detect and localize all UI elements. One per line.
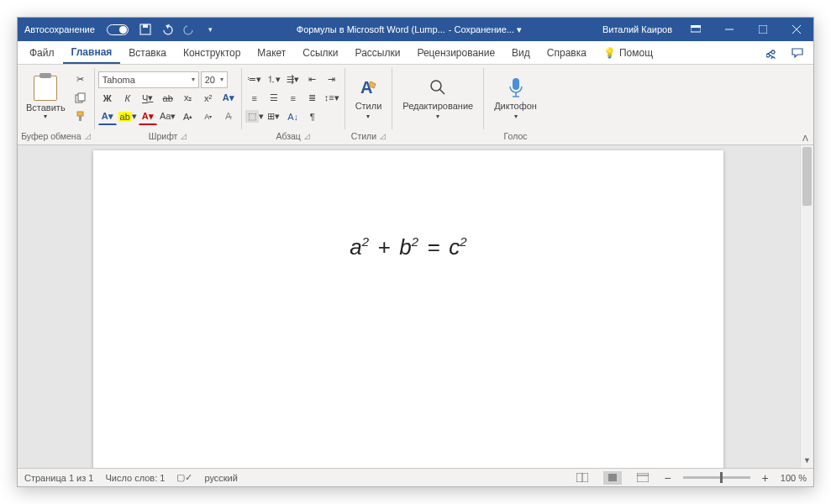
sort-button[interactable]: A↓ <box>284 108 302 125</box>
dictate-label: Диктофон <box>494 101 537 111</box>
scroll-thumb[interactable] <box>802 147 812 206</box>
page-indicator[interactable]: Страница 1 из 1 <box>24 473 93 483</box>
tab-view[interactable]: Вид <box>503 41 539 64</box>
styles-launcher-icon[interactable]: ◿ <box>380 132 386 140</box>
svg-rect-5 <box>759 25 767 34</box>
copy-icon[interactable] <box>73 91 88 106</box>
bullets-button[interactable]: ≔▾ <box>245 71 264 88</box>
language-indicator[interactable]: русский <box>204 473 237 483</box>
clipboard-launcher-icon[interactable]: ◿ <box>85 132 91 140</box>
clear-format-button[interactable]: A̶ <box>219 108 238 125</box>
numbering-button[interactable]: ⒈▾ <box>265 71 283 88</box>
microphone-icon <box>504 76 528 99</box>
share-button[interactable] <box>760 41 785 64</box>
print-layout-icon[interactable] <box>603 471 622 485</box>
multilevel-button[interactable]: ⇶▾ <box>284 71 302 88</box>
paragraph-launcher-icon[interactable]: ◿ <box>304 132 310 140</box>
undo-icon[interactable] <box>160 23 174 36</box>
group-paragraph: ≔▾ ⒈▾ ⇶▾ ⇤ ⇥ ≡ ☰ ≡ ≣ ↕≡▾ ⬚▾ <box>242 65 344 144</box>
paste-label: Вставить <box>26 102 66 113</box>
document-area[interactable]: a2 + b2 = c2 ▲ ▼ <box>18 145 813 468</box>
tab-layout[interactable]: Макет <box>249 41 294 64</box>
zoom-in-button[interactable]: + <box>762 471 769 485</box>
decrease-indent-button[interactable]: ⇤ <box>303 71 322 88</box>
read-mode-icon[interactable] <box>573 471 592 485</box>
maximize-icon[interactable] <box>746 18 780 41</box>
underline-button[interactable]: Ч▾ <box>139 90 157 107</box>
align-right-button[interactable]: ≡ <box>284 90 302 107</box>
show-marks-button[interactable]: ¶ <box>303 108 322 125</box>
editing-button[interactable]: Редактирование▾ <box>396 72 480 123</box>
zoom-out-button[interactable]: − <box>664 471 671 485</box>
font-size-combo[interactable]: 20▾ <box>201 71 228 88</box>
subscript-button[interactable]: x₂ <box>179 90 197 107</box>
align-left-button[interactable]: ≡ <box>245 90 264 107</box>
cut-icon[interactable]: ✂ <box>73 72 88 87</box>
paste-button[interactable]: Вставить ▾ <box>21 76 71 120</box>
font-color-button[interactable]: A▾ <box>139 108 157 125</box>
collapse-ribbon-icon[interactable]: ᐱ <box>802 134 808 143</box>
svg-rect-11 <box>79 116 82 121</box>
svg-rect-18 <box>608 474 617 481</box>
tab-help[interactable]: Справка <box>539 41 595 64</box>
tab-file[interactable]: Файл <box>21 41 63 64</box>
font-launcher-icon[interactable]: ◿ <box>181 132 187 140</box>
document-page[interactable]: a2 + b2 = c2 <box>93 150 723 468</box>
shading-button[interactable]: ⬚▾ <box>245 108 264 125</box>
superscript-button[interactable]: x² <box>199 90 218 107</box>
styles-label: Стили <box>355 101 382 111</box>
tab-insert[interactable]: Вставка <box>120 41 175 64</box>
styles-group-label: Стили <box>351 131 376 141</box>
increase-indent-button[interactable]: ⇥ <box>323 71 341 88</box>
borders-button[interactable]: ⊞▾ <box>265 108 283 125</box>
ribbon-display-icon[interactable] <box>679 18 713 41</box>
vertical-scrollbar[interactable]: ▲ ▼ <box>800 145 813 468</box>
equation[interactable]: a2 + b2 = c2 <box>93 234 723 260</box>
close-icon[interactable] <box>780 18 813 41</box>
clipboard-icon <box>34 76 57 101</box>
font-name-combo[interactable]: Tahoma▾ <box>98 71 199 88</box>
text-effects-button[interactable]: A▾ <box>219 90 238 107</box>
web-layout-icon[interactable] <box>634 471 652 485</box>
bold-button[interactable]: Ж <box>98 90 117 107</box>
svg-rect-15 <box>513 78 519 90</box>
redo-icon[interactable] <box>182 23 196 36</box>
svg-line-14 <box>439 89 444 94</box>
styles-button[interactable]: A Стили▾ <box>349 72 389 123</box>
save-icon[interactable] <box>139 23 152 36</box>
comments-button[interactable] <box>785 41 810 64</box>
autosave-label: Автосохранение <box>18 24 102 34</box>
highlight-button[interactable]: ab▾ <box>118 108 137 125</box>
user-name[interactable]: Виталий Каиров <box>596 24 679 34</box>
document-title: Формулы в Microsoft Word (Lump... <box>297 24 445 35</box>
strike-button[interactable]: ab <box>159 90 177 107</box>
align-center-button[interactable]: ☰ <box>265 90 283 107</box>
tellme-search[interactable]: 💡Помощ <box>595 41 661 64</box>
group-voice: Диктофон▾ Голос <box>484 65 547 144</box>
scroll-down-icon[interactable]: ▼ <box>801 456 813 468</box>
tab-review[interactable]: Рецензирование <box>408 41 503 64</box>
editing-label: Редактирование <box>402 101 473 111</box>
line-spacing-button[interactable]: ↕≡▾ <box>323 90 341 107</box>
font-color2-button[interactable]: A▾ <box>98 108 117 125</box>
dictate-button[interactable]: Диктофон▾ <box>487 72 544 123</box>
italic-button[interactable]: К <box>118 90 137 107</box>
format-painter-icon[interactable] <box>73 109 88 124</box>
proofing-icon[interactable]: ▢✓ <box>176 472 192 483</box>
change-case-button[interactable]: Aa▾ <box>159 108 177 125</box>
styles-icon: A <box>356 76 380 99</box>
zoom-slider[interactable] <box>683 476 750 479</box>
tab-references[interactable]: Ссылки <box>294 41 346 64</box>
tab-design[interactable]: Конструктор <box>175 41 249 64</box>
grow-font-button[interactable]: A▴ <box>179 108 197 125</box>
zoom-level[interactable]: 100 % <box>781 473 807 483</box>
justify-button[interactable]: ≣ <box>303 90 322 107</box>
shrink-font-button[interactable]: A▾ <box>199 108 218 125</box>
tab-mailings[interactable]: Рассылки <box>347 41 409 64</box>
minimize-icon[interactable] <box>713 18 746 41</box>
tab-home[interactable]: Главная <box>63 41 121 64</box>
word-count[interactable]: Число слов: 1 <box>105 473 165 483</box>
autosave-toggle[interactable] <box>107 24 129 35</box>
qat-more-icon[interactable]: ▾ <box>204 23 218 36</box>
titlebar: Автосохранение ▾ Формулы в Microsoft Wor… <box>18 18 813 41</box>
